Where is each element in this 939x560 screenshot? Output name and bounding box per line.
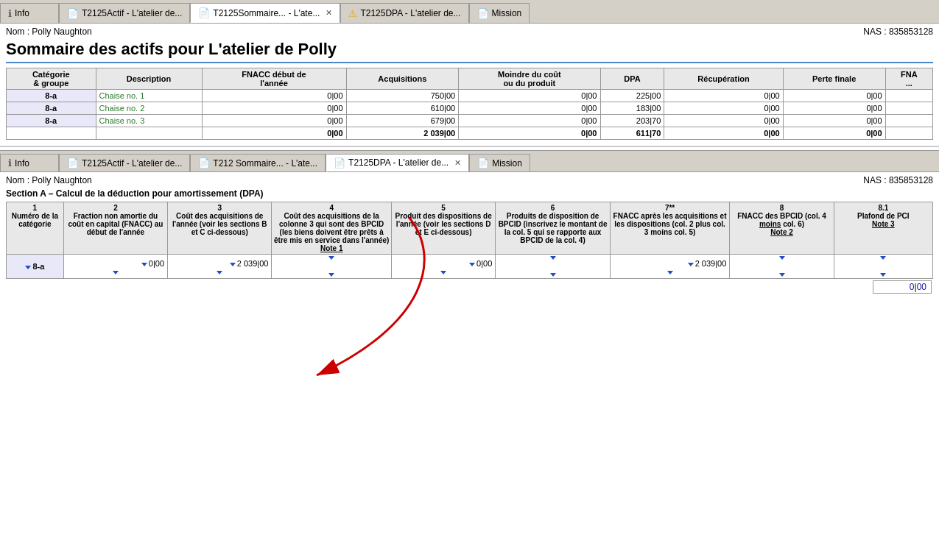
tab-t2125actif-1[interactable]: 📄 T2125Actif - L'atelier de...: [59, 3, 190, 23]
dpa-table: 1 Numéro de la catégorie 2 Fraction non …: [6, 202, 933, 279]
perte-cell-1: 0|00: [783, 90, 885, 102]
th-recup: Récupération: [664, 68, 783, 90]
fna2-cell-3: [885, 115, 932, 127]
dpa-c4-cell: 0|00: [391, 255, 495, 279]
doc-icon-t2125actif: 📄: [67, 8, 79, 19]
tab-t2125sommaire-2[interactable]: 📄 T212 Sommaire... - L'ate...: [190, 154, 326, 171]
section2-title: Section A – Calcul de la déduction pour …: [6, 188, 933, 199]
dpa-c6-triangle: [688, 263, 694, 266]
dpa-c3-cell: [272, 255, 392, 279]
tab-info-1[interactable]: ℹ Info: [0, 3, 59, 23]
section-dpa: Nom : Polly Naughton NAS : 835853128 Sec…: [0, 172, 939, 300]
total-fna2: [885, 127, 932, 140]
doc-icon-mission2: 📄: [477, 157, 489, 169]
table-row: 8-a Chaise no. 2 0|00 610|00 0|00 183|00…: [7, 102, 933, 115]
doc-icon-dpa2: 📄: [334, 157, 345, 169]
tab-mission-2[interactable]: 📄 Mission: [469, 154, 530, 171]
dpa-c7-triangle-bottom: [779, 273, 785, 277]
header-row-1: Nom : Polly Naughton NAS : 835853128: [6, 26, 933, 37]
fna2-cell-2: [885, 102, 932, 115]
tab-sommaire-label: T2125Sommaire... - L'ate...: [213, 8, 320, 18]
moindre-cell-3: 0|00: [459, 115, 600, 127]
info-icon-1: ℹ: [8, 8, 12, 19]
doc-icon-mission: 📄: [477, 8, 489, 19]
dpa-th-2: 2 Fraction non amortie du coût en capita…: [63, 202, 167, 255]
col-num-1: 1: [8, 204, 62, 212]
tab-bar-2: ℹ Info 📄 T2125Actif - L'atelier de... 📄 …: [0, 150, 939, 172]
tab-info-2-label: Info: [15, 158, 29, 169]
col-num-4: 4: [273, 204, 390, 212]
table-row: 8-a Chaise no. 3 0|00 679|00 0|00 203|70…: [7, 115, 933, 127]
acq-cell-1: 750|00: [346, 90, 459, 102]
perte-cell-3: 0|00: [783, 115, 885, 127]
dpa-c8-triangle-bottom: [880, 273, 886, 277]
dpa-c1-triangle-bottom: [113, 271, 119, 274]
fna2-cell-1: [885, 90, 932, 102]
sommaire-table: Catégorie& groupe Description FNACC débu…: [6, 68, 933, 140]
tab-t2125sommaire-1[interactable]: 📄 T2125Sommaire... - L'ate... ✕: [190, 3, 340, 23]
tab-actif2-label: T2125Actif - L'atelier de...: [82, 158, 182, 169]
section-sommaire: Nom : Polly Naughton NAS : 835853128 Som…: [0, 24, 939, 147]
total-acq: 2 039|00: [346, 127, 459, 140]
th-acquisitions: Acquisitions: [346, 68, 459, 90]
recup-cell-3: 0|00: [664, 115, 783, 127]
nom-label-2: Nom : Polly Naughton: [6, 175, 92, 185]
th-description: Description: [96, 68, 202, 90]
table-row: 8-a Chaise no. 1 0|00 750|00 0|00 225|00…: [7, 90, 933, 102]
dpa-c8-triangle: [880, 256, 886, 260]
tab-t2125dpa-1[interactable]: ⚠ T2125DPA - L'atelier de...: [340, 3, 468, 23]
tab-bar-1: ℹ Info 📄 T2125Actif - L'atelier de... 📄 …: [0, 0, 939, 24]
dpa-th-81: 8.1 Plafond de PCI Note 3: [834, 202, 932, 255]
cat-cell-2: 8-a: [7, 102, 96, 115]
dpa-c2-triangle: [230, 263, 236, 266]
note3-label: Note 3: [836, 220, 931, 228]
th-fnacc: FNACC début del'année: [202, 68, 346, 90]
nas-label-2: NAS : 835853128: [863, 175, 933, 185]
dpa-c4-triangle-bottom: [440, 271, 446, 274]
col-num-5: 5: [393, 204, 493, 212]
moindre-cell-1: 0|00: [459, 90, 600, 102]
fnacc-cell-2: 0|00: [202, 102, 346, 115]
dpa-c2-triangle-bottom: [217, 271, 222, 274]
fnacc-cell-1: 0|00: [202, 90, 346, 102]
dpa-row: 8-a 0|00 2 039|00 0|00: [7, 255, 933, 279]
desc-cell-2: Chaise no. 2: [96, 102, 202, 115]
note1-label: Note 1: [273, 244, 390, 252]
header-row-2: Nom : Polly Naughton NAS : 835853128: [6, 175, 933, 185]
dpa-c1-triangle: [141, 263, 147, 266]
tab-info-2[interactable]: ℹ Info: [0, 154, 59, 171]
col-num-81: 8.1: [836, 204, 931, 212]
tab-dpa2-close[interactable]: ✕: [454, 158, 461, 168]
dpa-cell-2: 183|00: [600, 102, 664, 115]
dpa-th-1: 1 Numéro de la catégorie: [7, 202, 64, 255]
dpa-c4-triangle: [469, 263, 475, 266]
dpa-cat-triangle: [25, 266, 31, 269]
tab-mission-1[interactable]: 📄 Mission: [469, 3, 530, 23]
total-moindre: 0|00: [459, 127, 600, 140]
cat-cell-3: 8-a: [7, 115, 96, 127]
dpa-c7-cell: [730, 255, 834, 279]
dpa-cat-cell: 8-a: [7, 255, 64, 279]
dpa-th-5: 5 Produit des dispositions de l'année (v…: [391, 202, 495, 255]
tab-t2125actif-label: T2125Actif - L'atelier de...: [82, 8, 182, 18]
total-empty-desc: [96, 127, 202, 140]
tab-sommaire-close[interactable]: ✕: [326, 8, 332, 18]
tab-mission-label: Mission: [492, 8, 522, 18]
col-num-8: 8: [731, 204, 831, 212]
tab-mission2-label: Mission: [492, 158, 522, 169]
col-num-6: 6: [497, 204, 608, 212]
dpa-c2-cell: 2 039|00: [168, 255, 272, 279]
recup-cell-2: 0|00: [664, 102, 783, 115]
th-dpa: DPA: [600, 68, 664, 90]
tab-t2125dpa-2[interactable]: 📄 T2125DPA - L'atelier de... ✕: [326, 154, 469, 171]
tab-t2125actif-2[interactable]: 📄 T2125Actif - L'atelier de...: [59, 154, 190, 171]
tab-dpa-label: T2125DPA - L'atelier de...: [360, 8, 460, 18]
dpa-c3-triangle: [328, 256, 334, 260]
doc-icon-sommaire2: 📄: [198, 157, 210, 169]
th-categorie: Catégorie& groupe: [7, 68, 96, 90]
tab-dpa2-label: T2125DPA - L'atelier de...: [348, 157, 449, 168]
total-perte: 0|00: [783, 127, 885, 140]
page-title: Sommaire des actifs pour L'atelier de Po…: [6, 40, 933, 63]
moindre-cell-2: 0|00: [459, 102, 600, 115]
dpa-c7-triangle: [779, 256, 785, 260]
